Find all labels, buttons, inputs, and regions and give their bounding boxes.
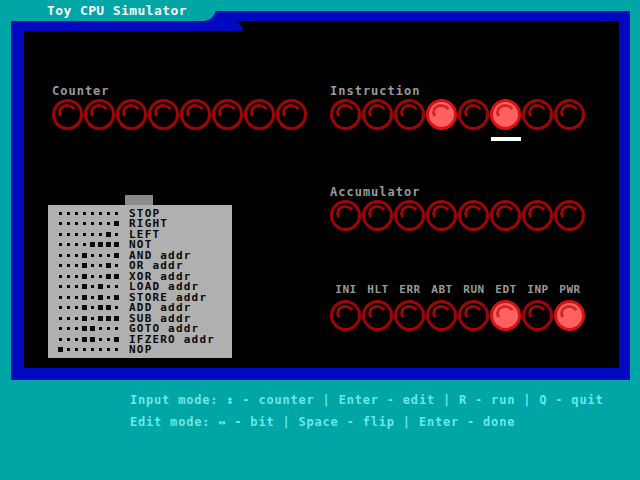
bit-clear-dot (64, 313, 72, 323)
bit-set-square (96, 292, 104, 302)
bit-clear-dot (112, 324, 120, 334)
led-off (276, 99, 307, 130)
bit-clear-dot (72, 324, 80, 334)
bit-clear-dot (88, 229, 96, 239)
bit-clear-dot (96, 324, 104, 334)
bit-clear-dot (96, 208, 104, 218)
bit-set-square (104, 261, 112, 271)
legend-bits (56, 324, 120, 334)
led-off (554, 99, 585, 130)
bit-clear-dot (96, 261, 104, 271)
bit-clear-dot (72, 240, 80, 250)
legend-box: STOPRIGHTLEFTNOTAND addrOR addrXOR addrL… (48, 205, 232, 358)
bit-set-square (112, 334, 120, 344)
legend-bits (56, 219, 120, 229)
legend-bits (56, 345, 120, 355)
bit-clear-dot (104, 250, 112, 260)
bit-clear-dot (56, 261, 64, 271)
bit-clear-dot (104, 208, 112, 218)
bit-clear-dot (72, 303, 80, 313)
led-off (362, 99, 393, 130)
bit-clear-dot (96, 334, 104, 344)
led-off (458, 200, 489, 231)
bit-set-square (80, 303, 88, 313)
status-label: ABT (426, 283, 458, 296)
led-off (394, 200, 425, 231)
led-off (212, 99, 243, 130)
bit-clear-dot (72, 250, 80, 260)
help-line-edit-mode: Edit mode: ↔ - bit | Space - flip | Ente… (130, 415, 515, 429)
bit-clear-dot (64, 261, 72, 271)
bit-clear-dot (72, 334, 80, 344)
bit-set-square (104, 313, 112, 323)
status-label: ERR (394, 283, 426, 296)
legend-bits (56, 208, 120, 218)
bit-clear-dot (64, 345, 72, 355)
led-off (426, 200, 457, 231)
bit-set-square (112, 250, 120, 260)
bit-clear-dot (72, 261, 80, 271)
led-off (394, 300, 425, 331)
counter-section-label: Counter (52, 84, 110, 98)
bit-clear-dot (72, 345, 80, 355)
edit-cursor (491, 137, 521, 141)
bit-clear-dot (72, 313, 80, 323)
status-label: INP (522, 283, 554, 296)
bit-clear-dot (88, 303, 96, 313)
bit-clear-dot (104, 324, 112, 334)
legend-bits (56, 303, 120, 313)
bit-clear-dot (56, 271, 64, 281)
accumulator-section-label: Accumulator (330, 185, 420, 199)
bit-clear-dot (64, 324, 72, 334)
led-lit (426, 99, 457, 130)
bit-clear-dot (56, 303, 64, 313)
bit-clear-dot (64, 292, 72, 302)
title-tab-underline (11, 21, 243, 31)
bit-clear-dot (112, 345, 120, 355)
led-lit (554, 300, 585, 331)
legend-bits (56, 292, 120, 302)
bit-set-square (96, 303, 104, 313)
bit-set-square (112, 271, 120, 281)
bit-clear-dot (104, 292, 112, 302)
bit-clear-dot (80, 240, 88, 250)
led-off (394, 99, 425, 130)
bit-set-square (88, 324, 96, 334)
legend-bits (56, 334, 120, 344)
led-off (148, 99, 179, 130)
bit-clear-dot (96, 271, 104, 281)
bit-clear-dot (96, 250, 104, 260)
bit-clear-dot (112, 303, 120, 313)
bit-clear-dot (88, 282, 96, 292)
bit-clear-dot (56, 250, 64, 260)
accumulator-led-row (330, 200, 586, 231)
bit-set-square (112, 292, 120, 302)
legend-tab (125, 195, 153, 205)
bit-clear-dot (80, 208, 88, 218)
led-off (522, 300, 553, 331)
bit-clear-dot (88, 208, 96, 218)
status-label-row: INIHLTERRABTRUNEDTINPPWR (330, 283, 586, 296)
bit-clear-dot (88, 313, 96, 323)
led-lit (490, 99, 521, 130)
legend-rows: STOPRIGHTLEFTNOTAND addrOR addrXOR addrL… (48, 205, 232, 355)
led-lit (490, 300, 521, 331)
led-off (180, 99, 211, 130)
bit-clear-dot (72, 208, 80, 218)
legend-row: NOP (48, 345, 232, 356)
bit-set-square (104, 240, 112, 250)
bit-clear-dot (64, 334, 72, 344)
bit-set-square (80, 324, 88, 334)
led-off (52, 99, 83, 130)
terminal-screen[interactable]: Counter Instruction Accumulator INIHLTER… (24, 21, 619, 368)
bit-clear-dot (64, 219, 72, 229)
bit-set-square (80, 282, 88, 292)
bit-clear-dot (104, 345, 112, 355)
bit-clear-dot (88, 271, 96, 281)
bit-clear-dot (56, 240, 64, 250)
bit-clear-dot (56, 229, 64, 239)
legend-bits (56, 261, 120, 271)
bit-clear-dot (88, 345, 96, 355)
led-off (458, 99, 489, 130)
led-off (244, 99, 275, 130)
